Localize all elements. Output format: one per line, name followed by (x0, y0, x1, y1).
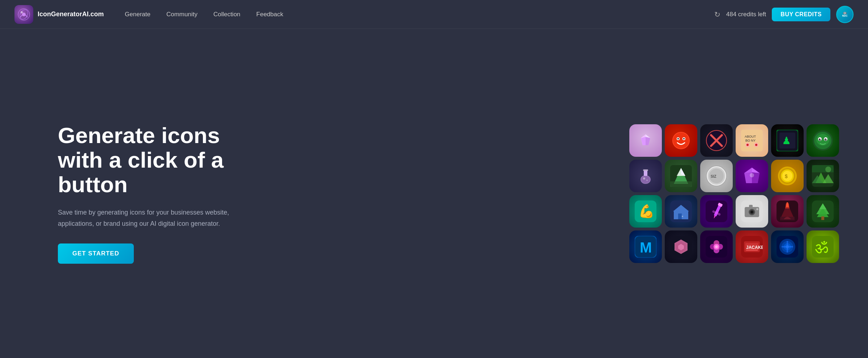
icon-cell-potion[interactable] (629, 160, 662, 192)
svg-text:SIZ: SIZ (711, 174, 716, 178)
navbar: IconGeneratorAI.com Generate Community C… (0, 0, 868, 29)
svg-rect-96 (821, 216, 824, 220)
nav-community[interactable]: Community (160, 8, 204, 21)
svg-marker-7 (641, 137, 646, 145)
icon-cell-hex[interactable] (665, 230, 697, 263)
svg-marker-57 (744, 168, 752, 173)
icon-cell-house[interactable] (665, 195, 697, 228)
icon-cell-muscle[interactable]: 💪 (629, 195, 662, 228)
refresh-icon[interactable]: ↻ (714, 10, 720, 19)
svg-text:ABOUT: ABOUT (745, 135, 756, 138)
navbar-right: ↻ 484 credits left BUY CREDITS 🤖 NDC (714, 6, 854, 23)
svg-rect-86 (749, 205, 753, 208)
icon-cell-circle[interactable] (771, 230, 804, 263)
buy-credits-button[interactable]: BUY CREDITS (772, 8, 830, 21)
hero-title: Generate icons with a click of a button (58, 123, 260, 197)
svg-point-22 (746, 144, 749, 146)
icon-cell-gem[interactable] (629, 124, 662, 157)
svg-point-10 (673, 133, 689, 148)
nav-links: Generate Community Collection Feedback (118, 8, 714, 21)
nav-generate[interactable]: Generate (118, 8, 157, 21)
nav-feedback[interactable]: Feedback (250, 8, 290, 21)
svg-point-85 (751, 211, 753, 213)
svg-point-69 (825, 167, 831, 172)
svg-point-75 (682, 216, 683, 217)
icon-grid-container: ABOUT BO NY ♟ (629, 124, 839, 263)
icon-cell-game[interactable]: JACAKE (736, 230, 768, 263)
svg-point-87 (756, 208, 758, 210)
icon-cell-mountain[interactable] (665, 160, 697, 192)
icon-cell-badge[interactable]: SIZ (700, 160, 733, 192)
svg-point-39 (641, 176, 650, 183)
svg-point-111 (715, 245, 718, 248)
svg-point-30 (816, 134, 829, 146)
icon-cell-volcano[interactable] (771, 195, 804, 228)
svg-text:M: M (640, 240, 652, 255)
brand-name: IconGeneratorAI.com (38, 10, 104, 18)
svg-rect-123 (787, 241, 788, 253)
svg-point-3 (21, 11, 23, 13)
hero-content: Generate icons with a click of a button … (58, 123, 260, 264)
icon-cell-flower[interactable] (700, 230, 733, 263)
brand[interactable]: IconGeneratorAI.com (14, 5, 104, 24)
svg-point-35 (820, 138, 821, 139)
svg-point-14 (683, 138, 685, 139)
hero-description: Save time by generating icons for your b… (58, 207, 231, 229)
icon-cell-crystal[interactable] (736, 160, 768, 192)
svg-point-36 (826, 138, 827, 139)
svg-marker-6 (646, 137, 650, 145)
svg-rect-47 (670, 181, 692, 187)
svg-text:JACAKE: JACAKE (746, 245, 763, 250)
icon-cell-eyes[interactable]: ABOUT BO NY (736, 124, 768, 157)
icon-cell-cross[interactable] (700, 124, 733, 157)
brand-logo (14, 5, 33, 24)
svg-point-13 (677, 138, 679, 139)
svg-point-41 (646, 180, 648, 181)
svg-point-40 (643, 177, 645, 180)
svg-marker-54 (752, 168, 760, 173)
icon-cell-m[interactable]: M (629, 230, 662, 263)
svg-rect-74 (678, 213, 682, 219)
hero-section: Generate icons with a click of a button … (0, 29, 868, 358)
icon-cell-smiley[interactable] (665, 124, 697, 157)
icon-cell-landscape[interactable] (807, 160, 839, 192)
svg-rect-38 (644, 170, 647, 176)
user-avatar[interactable]: 🤖 NDC (836, 6, 854, 23)
icon-grid: ABOUT BO NY ♟ (629, 124, 839, 263)
credits-display: 484 credits left (726, 11, 766, 18)
icon-cell-pen[interactable] (700, 195, 733, 228)
nav-collection[interactable]: Collection (207, 8, 247, 21)
svg-text:💪: 💪 (638, 203, 655, 219)
svg-text:$: $ (785, 173, 788, 179)
icon-cell-camera[interactable] (736, 195, 768, 228)
icon-cell-gamepad[interactable]: ♟ (771, 124, 804, 157)
svg-rect-42 (643, 169, 648, 171)
svg-text:♟: ♟ (782, 135, 791, 146)
icon-cell-face[interactable] (807, 124, 839, 157)
icon-cell-tree[interactable] (807, 195, 839, 228)
svg-text:ॐ: ॐ (815, 239, 828, 256)
svg-point-58 (750, 173, 754, 177)
icon-cell-coin[interactable]: $ (771, 160, 804, 192)
svg-text:BO NY: BO NY (745, 139, 756, 142)
svg-rect-116 (746, 250, 758, 251)
svg-point-23 (755, 144, 757, 146)
icon-cell-dragon[interactable]: ॐ (807, 230, 839, 263)
get-started-button[interactable]: GET STARTED (58, 243, 134, 264)
